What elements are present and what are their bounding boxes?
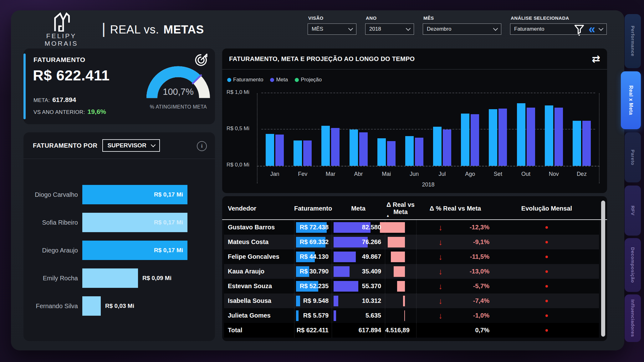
collapse-filters-icon[interactable]: « bbox=[589, 23, 595, 35]
meta-value: 617.894 bbox=[332, 323, 385, 338]
filter-funnel-icon[interactable] bbox=[574, 24, 585, 36]
month-group-fev: Fev bbox=[293, 93, 312, 166]
faturamento-bar bbox=[461, 114, 469, 166]
info-icon[interactable]: i bbox=[197, 141, 207, 151]
meta-bar bbox=[582, 121, 591, 166]
filter-mes-value: Dezembro bbox=[427, 26, 451, 32]
faturamento-bar bbox=[405, 136, 414, 166]
delta-pct-cell: 0,7% bbox=[416, 323, 494, 338]
delta-pct-cell: ↓-5,7% bbox=[416, 279, 494, 293]
sidebar-tab-decomposi-o[interactable]: Decomposição bbox=[625, 238, 641, 292]
evolution-dot-icon bbox=[545, 314, 548, 317]
evolucao-cell bbox=[494, 293, 599, 308]
month-group-set: Set bbox=[488, 93, 508, 166]
supervisor-dropdown-value: SUPERVISOR bbox=[107, 142, 146, 149]
faturamento-cell: R$ 52.235 bbox=[294, 279, 332, 293]
supervisor-value: R$ 0,17 Mi bbox=[154, 219, 183, 226]
filter-visao-dropdown[interactable]: MÊS bbox=[308, 23, 356, 35]
meta-value: 49.867 bbox=[332, 249, 385, 264]
supervisor-bar bbox=[82, 268, 138, 288]
legend-item-meta[interactable]: Meta bbox=[270, 77, 288, 83]
header-evolucao[interactable]: Evolução Mensal bbox=[494, 205, 599, 212]
legend-label: Projeção bbox=[301, 77, 322, 83]
table-row-total: TotalR$ 622.411617.8944.516,890,7% bbox=[224, 323, 599, 338]
table-row-isabella-sousa: Isabella SousaR$ 9.54810.312↓-7,4% bbox=[224, 293, 599, 308]
sidebar-tabs: PerformanceReal x MetaParetoRFVDecomposi… bbox=[620, 0, 641, 362]
vendedor-cell: Gustavo Barros bbox=[224, 220, 294, 235]
sidebar-tab-real-x-meta[interactable]: Real x Meta bbox=[621, 71, 641, 129]
kpi-title: FATURAMENTO bbox=[33, 56, 85, 64]
faturamento-value: R$ 52.235 bbox=[294, 279, 332, 293]
evolucao-cell bbox=[494, 308, 599, 323]
meta-legend-dot bbox=[270, 78, 274, 82]
header-meta[interactable]: Meta bbox=[332, 205, 385, 212]
month-label: Mar bbox=[321, 171, 340, 177]
trend-down-icon: ↓ bbox=[438, 223, 442, 232]
header-delta[interactable]: Δ Real vs Meta bbox=[385, 201, 416, 216]
faturamento-legend-dot bbox=[227, 78, 231, 82]
table-scrollbar[interactable] bbox=[601, 201, 605, 337]
table-row-estevan-souza: Estevan SouzaR$ 52.23555.370↓-5,7% bbox=[224, 279, 599, 293]
month-label: Fev bbox=[293, 171, 312, 177]
delta-cell bbox=[385, 279, 416, 293]
meta-bar bbox=[303, 140, 312, 166]
faturamento-bar bbox=[573, 121, 581, 166]
filter-mes-dropdown[interactable]: Dezembro bbox=[423, 23, 501, 35]
delta-pct-value: -11,5% bbox=[470, 253, 494, 260]
trend-down-icon: ↓ bbox=[438, 297, 442, 305]
x-axis-year-label: 2018 bbox=[261, 181, 595, 188]
sidebar-tab-performance[interactable]: Performance bbox=[625, 14, 641, 68]
y-axis-tick: R$ 1,0 Mi bbox=[227, 89, 249, 95]
tab-label: Influenciadores bbox=[630, 299, 636, 337]
faturamento-cell: R$ 44.130 bbox=[294, 249, 332, 264]
filter-ano-label: ANO bbox=[366, 15, 414, 21]
supervisor-bar-zone: R$ 0,17 Mi bbox=[82, 213, 211, 232]
evolution-dot-icon bbox=[545, 270, 548, 273]
meta-cell: 35.409 bbox=[332, 264, 385, 279]
chevron-down-icon bbox=[348, 26, 353, 31]
title-bold: METAS bbox=[163, 23, 204, 36]
evolution-dot-icon bbox=[545, 329, 548, 332]
faturamento-cell: R$ 9.548 bbox=[294, 293, 332, 308]
legend-label: Faturamento bbox=[233, 77, 263, 83]
legend-item-faturamento[interactable]: Faturamento bbox=[227, 77, 263, 83]
delta-cell: 4.516,89 bbox=[385, 323, 416, 338]
delta-cell-bar bbox=[391, 252, 405, 262]
timeline-panel: FATURAMENTO, META E PROJEÇÃO AO LONGO DO… bbox=[222, 48, 607, 193]
month-label: Set bbox=[488, 171, 508, 177]
sidebar-tab-rfv[interactable]: RFV bbox=[625, 186, 641, 236]
sidebar-tab-pareto[interactable]: Pareto bbox=[625, 132, 641, 182]
supervisor-dropdown[interactable]: SUPERVISOR bbox=[102, 139, 160, 152]
header-delta-pct[interactable]: Δ % Real vs Meta bbox=[416, 205, 494, 212]
supervisor-label: Sofia Ribeiro bbox=[23, 219, 82, 226]
filter-analise-label: ANÁLISE SELECIONADA bbox=[511, 15, 607, 21]
legend-item-proje-o[interactable]: Projeção bbox=[295, 77, 322, 83]
kpi-prev-value: 19,6% bbox=[87, 108, 106, 115]
month-label: Out bbox=[516, 171, 536, 177]
kpi-value: R$ 622.411 bbox=[33, 67, 110, 84]
delta-cell bbox=[385, 220, 416, 235]
month-label: Dez bbox=[572, 171, 591, 177]
gauge-caption: % ATINGIMENTO META bbox=[127, 104, 230, 110]
delta-pct-cell: ↓-7,4% bbox=[416, 293, 494, 308]
sidebar-tab-influenciadores[interactable]: Influenciadores bbox=[625, 294, 641, 342]
evolution-dot-icon bbox=[545, 300, 548, 302]
evolution-dot-icon bbox=[545, 285, 548, 288]
month-group-jul: Jul bbox=[432, 93, 452, 166]
kpi-prev-label: VS ANO ANTERIOR: bbox=[33, 109, 85, 115]
filter-ano-dropdown[interactable]: 2018 bbox=[365, 23, 414, 35]
meta-value: 76.266 bbox=[332, 235, 385, 249]
meta-bar bbox=[498, 109, 507, 166]
header-vendedor[interactable]: Vendedor bbox=[224, 205, 294, 212]
filter-mes: MÊS Dezembro bbox=[423, 15, 501, 35]
kpi-prev-line: VS ANO ANTERIOR: 19,6% bbox=[33, 108, 106, 115]
header-faturamento[interactable]: Faturamento bbox=[294, 205, 332, 212]
evolucao-cell bbox=[494, 235, 599, 249]
header-actions: « bbox=[574, 24, 595, 36]
supervisor-label: Diogo Carvalho bbox=[23, 191, 82, 198]
vendedor-table-panel: Vendedor Faturamento Meta Δ Real vs Meta… bbox=[222, 196, 607, 341]
meta-cell: 55.370 bbox=[332, 279, 385, 293]
meta-value: 82.580 bbox=[332, 220, 385, 235]
swap-axis-icon[interactable]: ⇄ bbox=[592, 54, 600, 64]
filter-mes-label: MÊS bbox=[423, 15, 501, 21]
